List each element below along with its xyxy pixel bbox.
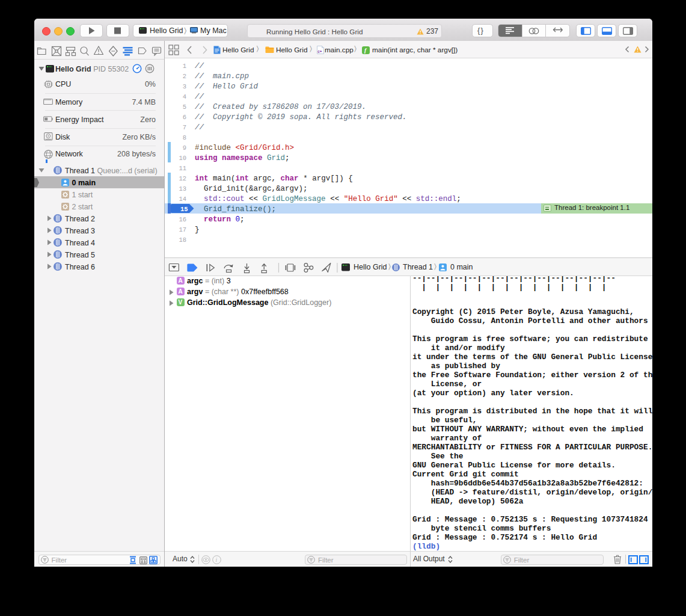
svg-text:c+: c+ [317, 49, 322, 54]
svg-text:i: i [215, 557, 217, 563]
